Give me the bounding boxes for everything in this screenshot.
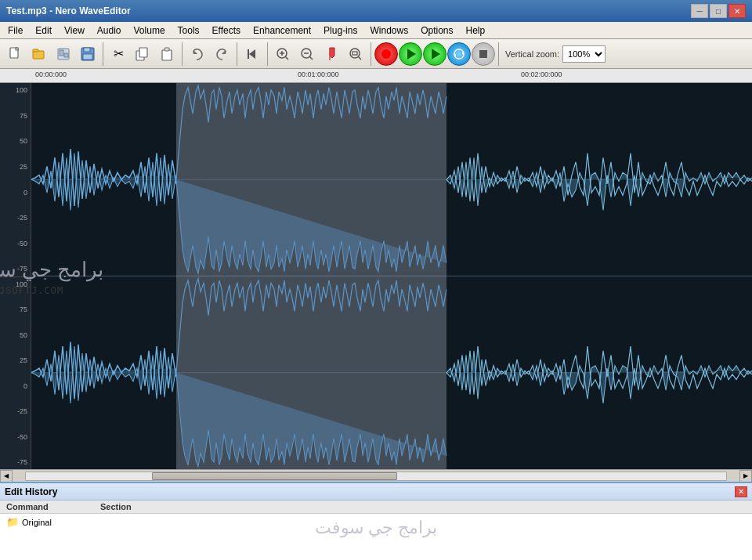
open-button[interactable] — [27, 42, 51, 66]
svg-rect-5 — [60, 50, 63, 56]
history-row-0[interactable]: 📁 Original — [0, 514, 752, 530]
save-button[interactable] — [76, 42, 99, 66]
zoom-area: Vertical zoom: 100% 25% 50% 75% 150% 200… — [505, 45, 606, 63]
menu-volume[interactable]: Volume — [128, 22, 172, 38]
ruler-mark-1: 00:01:00:000 — [298, 70, 339, 78]
y-label-75-top: 75 — [0, 112, 31, 120]
waveform-area[interactable]: 100 75 50 25 0 -25 -50 -75 100 75 50 25 … — [0, 83, 752, 469]
sep-2 — [182, 42, 183, 66]
menu-bar: File Edit View Audio Volume Tools Effect… — [0, 22, 752, 39]
close-button[interactable]: ✕ — [728, 4, 746, 18]
svg-rect-8 — [84, 48, 90, 52]
new-button[interactable] — [3, 42, 27, 66]
minimize-button[interactable]: ─ — [691, 4, 708, 18]
svg-rect-29 — [352, 52, 357, 55]
y-label-25-top: 25 — [0, 163, 31, 171]
folder-icon: 📁 — [6, 516, 19, 528]
skip-start-button[interactable] — [240, 42, 264, 66]
svg-rect-3 — [33, 49, 38, 52]
selection-top — [176, 83, 446, 276]
svg-line-19 — [286, 56, 289, 60]
maximize-button[interactable]: □ — [710, 4, 727, 18]
zoom-label: Vertical zoom: — [505, 49, 559, 59]
redo-button[interactable] — [210, 42, 233, 66]
y-label-50-bot: 50 — [0, 331, 31, 339]
menu-help[interactable]: Help — [460, 22, 492, 38]
svg-point-27 — [350, 49, 360, 58]
scrollbar-thumb[interactable] — [152, 472, 397, 480]
scroll-right-arrow[interactable]: ▶ — [739, 470, 752, 482]
panel-header: Edit History ✕ — [0, 483, 752, 500]
y-label-n25-bot: -25 — [0, 407, 31, 415]
zoom-region-button[interactable] — [344, 42, 367, 66]
svg-rect-17 — [248, 49, 249, 59]
svg-line-23 — [310, 56, 313, 60]
loop-button[interactable] — [447, 42, 471, 66]
y-label-75-bot: 75 — [0, 305, 31, 313]
svg-marker-14 — [193, 50, 197, 54]
sep-1 — [103, 42, 103, 66]
y-label-100-top: 100 — [0, 86, 31, 94]
svg-rect-11 — [139, 48, 147, 57]
y-label-n50-bot: -50 — [0, 433, 31, 441]
menu-file[interactable]: File — [2, 22, 29, 38]
ruler-content: 00:00:000 00:01:00:000 00:02:00:000 — [31, 69, 752, 82]
panel-body: Command Section 📁 Original — [0, 500, 752, 560]
sep-5 — [371, 42, 371, 66]
menu-effects[interactable]: Effects — [206, 22, 247, 38]
menu-edit[interactable]: Edit — [29, 22, 58, 38]
revert-button[interactable] — [52, 42, 75, 66]
zoom-in-button[interactable] — [271, 42, 295, 66]
menu-plugins[interactable]: Plug-ins — [317, 22, 363, 38]
h-scrollbar[interactable]: ◀ ▶ — [0, 469, 752, 482]
scroll-left-arrow[interactable]: ◀ — [0, 470, 13, 482]
menu-windows[interactable]: Windows — [363, 22, 414, 38]
menu-enhancement[interactable]: Enhancement — [247, 22, 317, 38]
svg-line-28 — [359, 56, 362, 60]
panel-title: Edit History — [5, 486, 57, 497]
paste-button[interactable] — [155, 42, 179, 66]
sep-4 — [267, 42, 268, 66]
zoom-select[interactable]: 100% 25% 50% 75% 150% 200% — [562, 45, 606, 63]
y-label-0-top: 0 — [0, 189, 31, 197]
y-label-50-top: 50 — [0, 137, 31, 145]
sep-3 — [237, 42, 237, 66]
y-label-n75-top: -75 — [0, 265, 31, 273]
svg-marker-16 — [249, 49, 255, 59]
history-col-command: Command — [6, 502, 100, 511]
svg-rect-6 — [64, 53, 68, 57]
cut-button[interactable]: ✂ — [107, 42, 130, 66]
svg-rect-13 — [164, 48, 169, 51]
ruler-mark-2: 00:02:00:000 — [521, 70, 562, 78]
menu-audio[interactable]: Audio — [91, 22, 128, 38]
stop-button[interactable] — [472, 42, 495, 66]
menu-tools[interactable]: Tools — [172, 22, 206, 38]
history-header: Command Section — [0, 500, 752, 514]
svg-rect-9 — [83, 54, 92, 60]
window-title: Test.mp3 - Nero WaveEditor — [6, 5, 131, 16]
y-label-0-bot: 0 — [0, 382, 31, 390]
y-label-n50-top: -50 — [0, 240, 31, 247]
ruler-mark-0: 00:00:000 — [35, 70, 67, 78]
toolbar: ✂ — [0, 39, 752, 69]
undo-button[interactable] — [186, 42, 209, 66]
panel-close-button[interactable]: ✕ — [735, 486, 747, 497]
sep-6 — [498, 42, 499, 66]
copy-button[interactable] — [131, 42, 154, 66]
history-item-original: Original — [22, 518, 52, 527]
y-label-25-bot: 25 — [0, 356, 31, 364]
y-label-100-bot: 100 — [0, 280, 31, 288]
timeline-ruler: 00:00:000 00:01:00:000 00:02:00:000 — [0, 69, 752, 83]
zoom-out-button[interactable] — [295, 42, 319, 66]
play-button[interactable] — [399, 42, 422, 66]
play2-button[interactable] — [423, 42, 446, 66]
record-button[interactable] — [374, 42, 398, 66]
edit-history-panel: Edit History ✕ Command Section 📁 Origina… — [0, 482, 752, 560]
y-label-n75-bot: -75 — [0, 458, 31, 466]
waveform-svg — [31, 83, 752, 469]
menu-view[interactable]: View — [58, 22, 91, 38]
menu-options[interactable]: Options — [414, 22, 459, 38]
scrollbar-track[interactable] — [25, 471, 727, 481]
svg-rect-12 — [162, 50, 172, 60]
mark-button[interactable] — [320, 42, 343, 66]
